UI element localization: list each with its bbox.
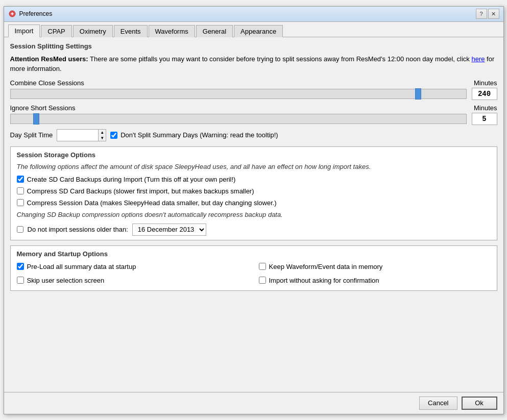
title-bar-buttons: ? ✕ — [476, 9, 499, 19]
memory-startup-title: Memory and Startup Options — [17, 250, 491, 258]
option2-checkbox[interactable] — [17, 187, 24, 194]
tab-cpap[interactable]: CPAP — [41, 25, 71, 37]
session-storage-box: Session Storage Options The following op… — [10, 146, 497, 240]
memory-startup-box: Memory and Startup Options Pre-Load all … — [10, 245, 497, 291]
session-storage-title: Session Storage Options — [17, 151, 491, 159]
attention-bold: Attention ResMed users: — [10, 55, 88, 63]
tab-bar: Import CPAP Oximetry Events Waveforms Ge… — [4, 22, 503, 37]
combine-sessions-row: Combine Close Sessions Minutes 240 — [10, 79, 497, 100]
mem-option3-row: Skip user selection screen — [17, 277, 249, 284]
ignore-slider[interactable] — [10, 114, 467, 124]
attention-box: Attention ResMed users: There are some p… — [10, 54, 497, 74]
mem-option4-row: Import without asking for confirmation — [259, 277, 491, 284]
tab-waveforms[interactable]: Waveforms — [149, 25, 195, 37]
title-bar: Preferences ? ✕ — [4, 7, 503, 22]
close-button[interactable]: ✕ — [488, 9, 499, 19]
storage-italic-text: The following options affect the amount … — [17, 163, 491, 170]
attention-text: There are some pitfalls you may want to … — [88, 55, 472, 63]
italic-note: Changing SD Backup compression options d… — [17, 211, 491, 218]
spinbox-down[interactable]: ▼ — [99, 135, 106, 141]
day-split-input[interactable]: 12:00 PM — [57, 130, 98, 141]
dont-split-checkbox[interactable] — [110, 132, 117, 139]
session-splitting-title: Session Splitting Settings — [10, 42, 497, 50]
day-split-label: Day Split Time — [10, 131, 53, 139]
combine-label: Combine Close Sessions — [10, 79, 84, 87]
mem-option4-label: Import without asking for confirmation — [269, 277, 379, 284]
date-dropdown-row: Do not import sessions older than: 16 De… — [17, 224, 491, 236]
option3-label: Compress Session Data (makes SleepyHead … — [27, 199, 277, 207]
mem-option3-label: Skip user selection screen — [27, 277, 105, 284]
mem-option4-checkbox[interactable] — [259, 277, 266, 284]
option1-row: Create SD Card Backups during Import (Tu… — [17, 176, 491, 183]
tab-general[interactable]: General — [196, 25, 233, 37]
ignore-sessions-row: Ignore Short Sessions Minutes 5 — [10, 104, 497, 125]
ok-button[interactable]: Ok — [462, 397, 497, 410]
tab-events[interactable]: Events — [114, 25, 148, 37]
bottom-bar: Cancel Ok — [4, 392, 503, 414]
option2-row: Compress SD Card Backups (slower first i… — [17, 187, 491, 195]
app-icon — [8, 10, 16, 18]
spinbox-up[interactable]: ▲ — [99, 130, 106, 135]
no-import-checkbox[interactable] — [17, 226, 23, 233]
memory-options-grid: Pre-Load all summary data at startup Kee… — [17, 263, 491, 286]
cancel-button[interactable]: Cancel — [419, 397, 457, 410]
option3-row: Compress Session Data (makes SleepyHead … — [17, 199, 491, 207]
window-title: Preferences — [19, 10, 53, 17]
ignore-label: Ignore Short Sessions — [10, 104, 76, 112]
preferences-window: Preferences ? ✕ Import CPAP Oximetry Eve… — [4, 6, 504, 414]
spinbox-arrows: ▲ ▼ — [98, 130, 106, 141]
day-split-row: Day Split Time 12:00 PM ▲ ▼ Don't Split … — [10, 129, 497, 141]
combine-value: 240 — [472, 88, 497, 100]
no-import-label: Do not import sessions older than: — [28, 226, 128, 233]
ignore-value: 5 — [472, 113, 497, 125]
mem-option1-checkbox[interactable] — [17, 263, 24, 270]
day-split-spinbox[interactable]: 12:00 PM ▲ ▼ — [57, 129, 106, 141]
mem-option2-checkbox[interactable] — [259, 263, 266, 270]
combine-minutes-label: Minutes — [474, 79, 497, 87]
mem-option2-row: Keep Waveform/Event data in memory — [259, 263, 491, 270]
ignore-minutes-label: Minutes — [474, 104, 497, 112]
title-bar-left: Preferences — [8, 10, 53, 18]
option2-label: Compress SD Card Backups (slower first i… — [27, 187, 254, 195]
mem-option2-label: Keep Waveform/Event data in memory — [269, 263, 383, 270]
tab-appearance[interactable]: Appearance — [234, 25, 283, 37]
option1-checkbox[interactable] — [17, 176, 24, 183]
option1-label: Create SD Card Backups during Import (Tu… — [27, 176, 236, 183]
option3-checkbox[interactable] — [17, 199, 24, 206]
combine-slider[interactable] — [10, 89, 467, 99]
mem-option3-checkbox[interactable] — [17, 277, 24, 284]
tab-import[interactable]: Import — [8, 24, 40, 37]
main-content: Session Splitting Settings Attention Res… — [4, 37, 503, 392]
dont-split-row: Don't Split Summary Days (Warning: read … — [110, 131, 278, 139]
attention-link[interactable]: here — [471, 55, 485, 63]
mem-option1-label: Pre-Load all summary data at startup — [27, 263, 136, 270]
mem-option1-row: Pre-Load all summary data at startup — [17, 263, 249, 270]
help-button[interactable]: ? — [476, 9, 487, 19]
date-select[interactable]: 16 December 2013 — [132, 224, 206, 236]
dont-split-label: Don't Split Summary Days (Warning: read … — [120, 131, 278, 139]
tab-oximetry[interactable]: Oximetry — [73, 25, 113, 37]
